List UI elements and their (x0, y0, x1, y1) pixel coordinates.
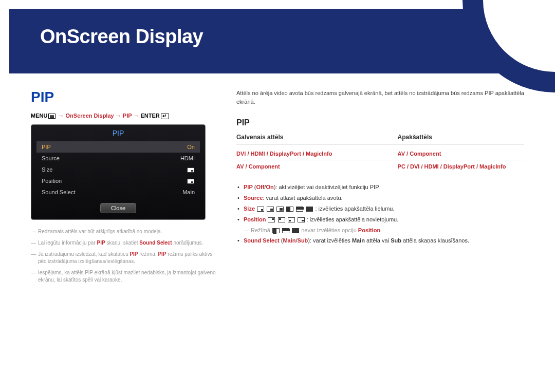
breadcrumb-menu: MENU (31, 113, 47, 119)
table-header-main: Galvenais attēls (236, 134, 398, 141)
content-area: PIP MENU → OnScreen Display → PIP → ENTE… (0, 73, 555, 288)
table-cell: PC / DVI / HDMI / DisplayPort / MagicInf… (398, 163, 524, 170)
position-thumb-icon (187, 179, 194, 184)
size-icon (306, 207, 313, 212)
bullet-pip: PIP (Off/On): aktivizējiet vai deaktiviz… (236, 182, 524, 193)
osd-label: PIP (42, 144, 51, 150)
sub-heading-pip: PIP (236, 118, 524, 127)
menu-breadcrumb: MENU → OnScreen Display → PIP → ENTER (31, 113, 216, 119)
position-icon-row (267, 216, 306, 222)
size-icon-row (256, 206, 315, 212)
osd-label: Sound Select (42, 189, 75, 195)
size-icon (296, 207, 303, 212)
bullet-source: Source: varat atlasīt apakšattēla avotu. (236, 193, 524, 203)
bullet-list: PIP (Off/On): aktivizējiet vai deaktiviz… (236, 182, 524, 246)
bullet-position: Position : izvēlieties apakšattēla novie… (236, 214, 524, 225)
left-column: PIP MENU → OnScreen Display → PIP → ENTE… (31, 89, 216, 288)
footnotes: Redzamais attēls var būt atšķirīgs atkar… (31, 228, 216, 284)
size-thumb-icon (187, 167, 194, 173)
size-icon (257, 207, 264, 212)
bullet-position-sub: Režīmā nevar izvēlēties opciju Position. (236, 225, 524, 236)
osd-close-button[interactable]: Close (100, 203, 136, 213)
osd-value (187, 178, 195, 184)
position-icon (288, 217, 295, 222)
footnote: Ja izstrādājumu izslēdzat, kad skatāties… (31, 251, 216, 265)
breadcrumb-arrow: → (116, 113, 123, 119)
enter-icon (161, 114, 169, 119)
mode-icon (282, 228, 289, 233)
table-row: AV / Component PC / DVI / HDMI / Display… (236, 160, 524, 173)
table-header: Galvenais attēls Apakšattēls (236, 134, 524, 144)
osd-row-pip: PIP On (36, 141, 200, 153)
osd-window: PIP PIP On Source HDMI Size Position Sou… (31, 124, 206, 220)
corner-inner (483, 0, 555, 72)
osd-value: On (187, 144, 195, 150)
osd-value (187, 166, 195, 173)
table-cell: AV / Component (398, 151, 524, 157)
footnote: Lai iegūtu informāciju par PIP skaņu, sk… (31, 239, 216, 247)
section-heading-pip: PIP (31, 89, 216, 105)
intro-paragraph: Attēls no ārēja video avota būs redzams … (236, 89, 524, 106)
mode-icon (272, 228, 280, 233)
osd-row-size: Size (36, 164, 200, 175)
table-header-sub: Apakšattēls (398, 134, 524, 141)
size-icon (286, 207, 293, 212)
size-icon (267, 207, 274, 212)
right-column: Attēls no ārēja video avota būs redzams … (236, 89, 524, 288)
bullet-sound: Sound Select (Main/Sub): varat izvēlētie… (236, 235, 524, 246)
table-cell: DVI / HDMI / DisplayPort / MagicInfo (236, 151, 398, 157)
osd-row-source: Source HDMI (36, 153, 200, 164)
position-icon (298, 217, 305, 222)
breadcrumb-osd: OnScreen Display (66, 113, 114, 119)
mode-icon (292, 228, 299, 233)
breadcrumb-arrow: → (133, 113, 140, 119)
footnote: Redzamais attēls var būt atšķirīgs atkar… (31, 228, 216, 235)
osd-value: Main (182, 189, 195, 195)
osd-label: Source (42, 155, 60, 161)
table-cell: AV / Component (236, 163, 398, 170)
osd-row-sound: Sound Select Main (36, 186, 200, 198)
breadcrumb-arrow: → (58, 113, 65, 119)
chapter-title: OnScreen Display (40, 26, 515, 48)
bullet-size: Size : izvēlieties apakšattēla lielumu. (236, 203, 524, 214)
position-icon (268, 217, 275, 222)
footnote: Iespējams, ka attēls PIP ekrānā kļūst ma… (31, 269, 216, 284)
table-row: DVI / HDMI / DisplayPort / MagicInfo AV … (236, 147, 524, 160)
breadcrumb-pip: PIP (123, 113, 132, 119)
osd-row-position: Position (36, 175, 200, 186)
osd-label: Position (42, 178, 62, 184)
menu-icon (48, 114, 55, 119)
breadcrumb-enter: ENTER (140, 113, 159, 119)
osd-label: Size (42, 166, 52, 173)
osd-window-title: PIP (36, 129, 200, 137)
position-icon (278, 217, 285, 222)
size-icon (276, 207, 284, 212)
osd-value: HDMI (180, 155, 195, 161)
